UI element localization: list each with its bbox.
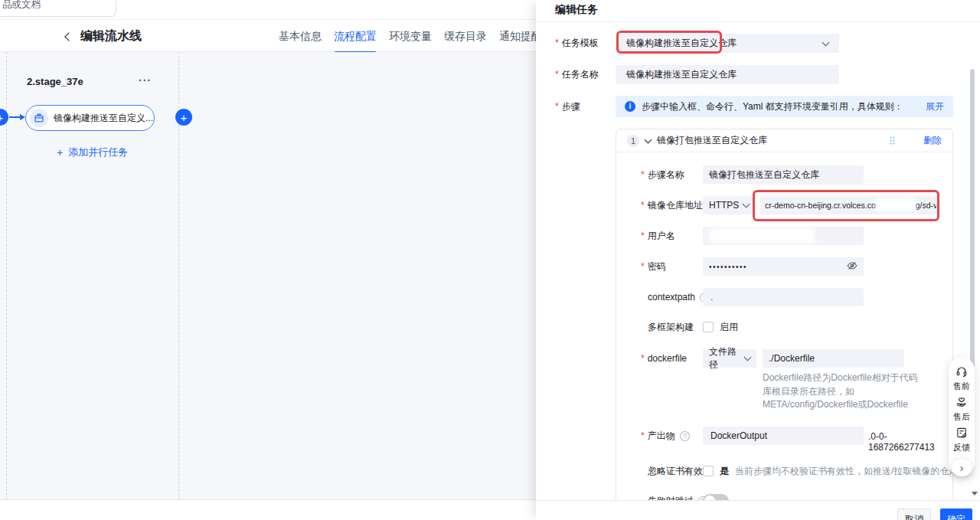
- feedback-label: 反馈: [953, 442, 970, 453]
- step-card-header: 1 镜像打包推送至自定义仓库 删除: [616, 129, 952, 152]
- ignore-cert-desc: 当前步骤均不校验证书有效性，如推送/拉取镜像的仓库: [735, 466, 958, 476]
- task-name-input[interactable]: [616, 65, 839, 84]
- hand-heart-icon: [956, 396, 968, 410]
- task-node[interactable]: 镜像构建推送至自定义...: [25, 105, 155, 131]
- add-parallel-label: 添加并行任务: [68, 146, 128, 159]
- required-mark: *: [555, 34, 559, 53]
- delete-step-button[interactable]: 删除: [923, 134, 942, 147]
- banner-text: 步骤中输入框、命令行、Yaml 都支持环境变量引用，具体规则：: [642, 100, 903, 113]
- drawer-body: * 任务模板 镜像构建推送至自定义仓库 * 任务名称 * 步骤 i 步骤中输入框…: [536, 22, 980, 500]
- password-dots: ••••••••••: [709, 263, 747, 271]
- task-icon: [30, 109, 48, 127]
- skip-on-fail-toggle[interactable]: [703, 494, 729, 500]
- feedback-doc-icon: [956, 427, 968, 441]
- plus-icon: +: [57, 146, 63, 159]
- env-var-hint-banner: i 步骤中输入框、命令行、Yaml 都支持环境变量引用，具体规则： 展开: [616, 96, 953, 117]
- edit-task-drawer: 编辑任务 * 任务模板 镜像构建推送至自定义仓库 * 任务名称 * 步骤: [536, 0, 980, 520]
- required-mark: *: [555, 97, 559, 116]
- registry-url-prefix: cr-demo-cn-beijing.cr.volces.co: [765, 201, 876, 210]
- pipeline-canvas[interactable]: 2.stage_37e ··· + 镜像构建推送至自定义... +: [0, 52, 536, 499]
- task-template-label: * 任务模板: [555, 34, 599, 53]
- multiarch-checkbox-label: 启用: [720, 322, 738, 332]
- aftersales-button[interactable]: 售后: [953, 396, 970, 423]
- registry-url-input[interactable]: cr-demo-cn-beijing.cr.volces.co g/sd-v: [760, 196, 936, 214]
- stage-more-button[interactable]: ···: [139, 74, 152, 87]
- scrollbar-down-arrow[interactable]: [972, 492, 978, 495]
- tab-process-config[interactable]: 流程配置: [334, 20, 377, 53]
- password-input[interactable]: ••••••••••: [703, 257, 864, 276]
- registry-protocol-value: HTTPS: [709, 200, 739, 211]
- feedback-button[interactable]: 反馈: [953, 427, 970, 453]
- tab-basic-info[interactable]: 基本信息: [279, 20, 322, 53]
- contextpath-label: contextpath ?: [648, 288, 710, 307]
- drag-handle-icon[interactable]: [889, 136, 896, 146]
- chevron-down-icon: [744, 354, 752, 361]
- step-card-title: 镜像打包推送至自定义仓库: [657, 134, 767, 147]
- connector-arrow-icon: [20, 114, 25, 120]
- chevron-right-icon: ›: [960, 462, 964, 474]
- add-stage-left-button[interactable]: +: [0, 109, 8, 126]
- support-widget: 售前 售后 反馈 ›: [949, 357, 975, 476]
- collapse-widget-button[interactable]: ›: [952, 459, 972, 476]
- required-mark: *: [641, 196, 645, 215]
- ignore-cert-checkbox[interactable]: [703, 466, 714, 476]
- search-input[interactable]: 品或文档: [0, 0, 116, 17]
- tab-cache-dir[interactable]: 缓存目录: [444, 20, 487, 53]
- help-question-icon[interactable]: ?: [680, 431, 690, 441]
- task-template-select[interactable]: 镜像构建推送至自定义仓库: [616, 34, 839, 53]
- dockerfile-label: * dockerfile: [641, 349, 687, 368]
- chevron-down-icon: [743, 201, 750, 208]
- task-name-label: * 任务名称: [555, 65, 599, 84]
- eye-off-icon[interactable]: [847, 260, 858, 273]
- stage-title: 2.stage_37e: [27, 76, 83, 87]
- task-node-label: 镜像构建推送至自定义...: [54, 112, 153, 125]
- dockerfile-mode-value: 文件路径: [709, 345, 745, 371]
- censored-region: [876, 199, 916, 211]
- step-card: 1 镜像打包推送至自定义仓库 删除 * 步骤名称: [616, 129, 953, 500]
- dockerfile-path-input[interactable]: [763, 349, 904, 368]
- collapse-chevron-icon[interactable]: [645, 136, 652, 143]
- ignore-cert-checkbox-label: 是: [720, 466, 729, 476]
- chevron-down-icon: [822, 38, 830, 46]
- output-input[interactable]: [703, 427, 864, 445]
- required-mark: *: [641, 427, 645, 446]
- cancel-button[interactable]: 取消: [897, 509, 931, 520]
- registry-url-suffix: g/sd-v: [916, 201, 936, 210]
- add-stage-right-button[interactable]: +: [175, 109, 192, 126]
- page-bottom-strip: [0, 499, 536, 520]
- output-label: * 产出物 ?: [641, 427, 690, 446]
- presales-label: 售前: [953, 381, 970, 392]
- tab-env-vars[interactable]: 环境变量: [389, 20, 432, 53]
- multiarch-checkbox[interactable]: [703, 322, 714, 332]
- expand-link[interactable]: 展开: [926, 100, 944, 113]
- required-mark: *: [641, 257, 645, 276]
- dockerfile-help-text: Dockerfile路径为Dockerfile相对于代码库根目录所在路径，如ME…: [763, 371, 920, 412]
- screen: 品或文档 编辑流水线 基本信息 流程配置 环境变量 缓存目录 通知提醒 2.st…: [0, 0, 980, 520]
- top-strip: 品或文档: [0, 0, 536, 19]
- page-title: 编辑流水线: [80, 28, 142, 44]
- info-icon: i: [625, 101, 635, 112]
- required-mark: *: [641, 165, 645, 185]
- plus-icon: +: [0, 112, 3, 123]
- username-input[interactable]: [703, 227, 864, 245]
- password-label: * 密码: [641, 257, 666, 276]
- contextpath-input[interactable]: [703, 288, 864, 306]
- dockerfile-mode-select[interactable]: 文件路径: [703, 349, 756, 368]
- back-icon: [64, 32, 73, 41]
- back-button[interactable]: 编辑流水线: [66, 20, 142, 53]
- aftersales-label: 售后: [953, 411, 970, 423]
- drawer-title: 编辑任务: [555, 3, 598, 17]
- username-label: * 用户名: [641, 227, 675, 246]
- output-suffix: .0-0-1687266277413: [868, 431, 952, 453]
- tab-bar: 基本信息 流程配置 环境变量 缓存目录 通知提醒: [279, 20, 542, 53]
- step-name-input[interactable]: [703, 165, 864, 184]
- plus-icon: +: [181, 112, 188, 123]
- presales-button[interactable]: 售前: [953, 365, 970, 392]
- add-parallel-task-button[interactable]: + 添加并行任务: [57, 146, 128, 159]
- search-text: 品或文档: [2, 0, 41, 10]
- confirm-button[interactable]: 确定: [940, 509, 972, 520]
- registry-protocol-select[interactable]: HTTPS: [703, 196, 755, 214]
- steps-label: * 步骤: [555, 97, 580, 116]
- required-mark: *: [641, 349, 645, 368]
- censored-region: [709, 228, 815, 244]
